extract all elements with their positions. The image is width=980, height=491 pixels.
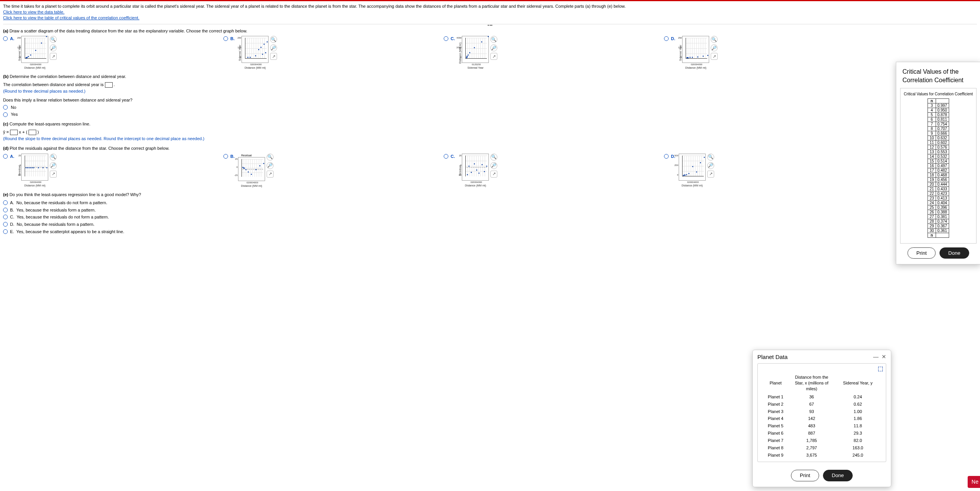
xlabel: Distance (MM mi)	[241, 184, 262, 188]
link-crit-values[interactable]: Click here to view the table of critical…	[3, 15, 139, 20]
part-c-prefix: (c)	[3, 122, 8, 126]
part-b-prefix: (b)	[3, 74, 8, 79]
zoom-in-icon[interactable]: 🔍	[50, 36, 57, 43]
crit-print-button[interactable]: Print	[907, 247, 936, 252]
zoom-in-icon[interactable]: 🔍	[50, 154, 57, 161]
table-row: 50.878	[928, 112, 949, 117]
radio-b-yes[interactable]	[3, 112, 8, 117]
part-c-prompt: (c) Compute the least-squares regression…	[3, 121, 977, 127]
radio-b-no[interactable]	[3, 105, 8, 110]
radio-e-C[interactable]	[3, 215, 8, 219]
radio-d-D[interactable]	[664, 154, 669, 159]
radio-e-D[interactable]	[3, 222, 8, 227]
radio-d-B[interactable]	[223, 154, 228, 159]
e-D: No, because the residuals form a pattern…	[17, 222, 95, 227]
part-d-choices: A. Residual 250-25 02	[3, 154, 977, 188]
table-row: 130.553	[928, 149, 949, 154]
link-data-table[interactable]: Click here to view the data table.	[3, 10, 64, 14]
crit-caption: Critical Values for Correlation Coeffici…	[904, 91, 973, 97]
zoom-out-icon[interactable]: 🔎	[707, 162, 714, 169]
table-row: 210.433	[928, 186, 949, 191]
table-row: 270.381	[928, 214, 949, 219]
table-row: 160.497	[928, 163, 949, 168]
input-intercept[interactable]	[29, 130, 36, 135]
radio-a-B[interactable]	[223, 36, 228, 41]
toggle-handle[interactable]	[486, 25, 494, 26]
zoom-out-icon[interactable]: 🔎	[711, 44, 718, 51]
open-external-icon[interactable]: ↗	[50, 171, 57, 178]
radio-a-D[interactable]	[664, 36, 669, 41]
radio-a-A[interactable]	[3, 36, 8, 41]
zoom-in-icon[interactable]: 🔍	[707, 154, 714, 161]
zoom-in-icon[interactable]: 🔍	[490, 154, 497, 161]
table-row: 230.413	[928, 196, 949, 200]
open-external-icon[interactable]: ↗	[50, 53, 57, 60]
table-row: 250.396	[928, 205, 949, 210]
input-correlation[interactable]	[105, 82, 113, 88]
xlabel: Distance (MM mi)	[465, 184, 486, 187]
table-row: 300.361	[928, 228, 949, 233]
graph-d-C: 250-25	[462, 154, 489, 181]
table-row: 180.468	[928, 173, 949, 177]
eq-suf: )	[37, 130, 39, 134]
table-row: 150.514	[928, 159, 949, 163]
graph-d-D: 5002500	[679, 154, 706, 181]
graph-d-B: 250-25	[238, 157, 265, 181]
zoom-out-icon[interactable]: 🔎	[267, 162, 274, 169]
radio-e-A[interactable]	[3, 200, 8, 205]
crit-done-button[interactable]: Done	[939, 247, 969, 252]
zoom-in-icon[interactable]: 🔍	[267, 154, 274, 161]
xlabel: Distance (MM mi)	[24, 66, 46, 69]
zoom-in-icon[interactable]: 🔍	[711, 36, 718, 43]
open-external-icon[interactable]: ↗	[270, 53, 277, 60]
table-row: 290.367	[928, 223, 949, 228]
input-slope[interactable]	[10, 130, 18, 135]
part-a-choices: A. Sidereal Year 2501250	[3, 36, 977, 70]
e-B: Yes, because the residuals form a patter…	[16, 208, 96, 212]
part-b-prompt: (b) Determine the correlation between di…	[3, 74, 977, 80]
zoom-out-icon[interactable]: 🔎	[270, 44, 277, 51]
radio-a-C[interactable]	[444, 36, 448, 41]
zoom-out-icon[interactable]: 🔎	[490, 44, 497, 51]
table-row: 240.404	[928, 200, 949, 205]
intro-text: The time it takes for a planet to comple…	[3, 3, 977, 9]
zoom-out-icon[interactable]: 🔎	[50, 44, 57, 51]
graph-a-A: 2501250	[21, 36, 48, 63]
e-A: No, because the residuals do not form a …	[17, 200, 107, 205]
graph-a-D: 2501250	[682, 36, 709, 63]
ylabel-top: Residual	[241, 154, 252, 157]
open-external-icon[interactable]: ↗	[267, 171, 274, 178]
zoom-in-icon[interactable]: 🔍	[270, 36, 277, 43]
part-d-prefix: (d)	[3, 146, 8, 151]
open-external-icon[interactable]: ↗	[490, 53, 497, 60]
table-row: 60.811	[928, 117, 949, 122]
radio-e-B[interactable]	[3, 208, 8, 212]
radio-d-C[interactable]	[444, 154, 448, 159]
open-external-icon[interactable]: ↗	[490, 171, 497, 178]
zoom-in-icon[interactable]: 🔍	[490, 36, 497, 43]
open-external-icon[interactable]: ↗	[711, 53, 718, 60]
e-lB: B.	[10, 208, 14, 212]
part-a-prefix: (a)	[3, 29, 8, 33]
table-row: 40.950	[928, 108, 949, 112]
c-round: (Round the slope to three decimal places…	[3, 136, 977, 142]
part-a-prompt: (a) Draw a scatter diagram of the data t…	[3, 28, 977, 34]
table-row: 100.632	[928, 135, 949, 140]
eq-pref: ŷ =	[3, 130, 10, 134]
b-round: (Round to three decimal places as needed…	[3, 88, 977, 94]
radio-e-E[interactable]	[3, 229, 8, 234]
e-C: Yes, because the residuals do not form a…	[17, 215, 109, 219]
zoom-out-icon[interactable]: 🔎	[50, 162, 57, 169]
open-external-icon[interactable]: ↗	[707, 171, 714, 178]
graph-a-B: 2501250	[242, 36, 269, 63]
xlabel: Sidereal Year	[468, 66, 484, 69]
graph-a-C: 400020000	[462, 36, 489, 63]
xlabel: Distance (MM mi)	[245, 66, 266, 69]
part-e-text: Do you think the least-squares regressio…	[8, 192, 141, 197]
radio-d-A[interactable]	[3, 154, 8, 159]
eq-mid: x + (	[19, 130, 29, 134]
xlabel: Distance (MM mi)	[682, 184, 703, 187]
xlabel: Distance (MM mi)	[24, 184, 46, 187]
zoom-out-icon[interactable]: 🔎	[490, 162, 497, 169]
part-d-text: Plot the residuals against the distance …	[8, 146, 169, 151]
